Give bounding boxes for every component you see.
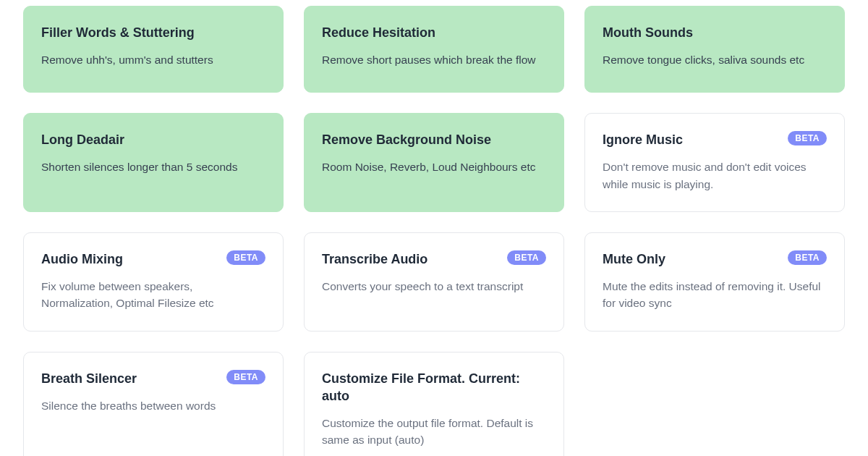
card-title: Filler Words & Stuttering — [41, 24, 195, 41]
card-desc: Don't remove music and don't edit voices… — [603, 159, 827, 193]
card-title: Mute Only — [603, 250, 665, 268]
card-desc: Shorten silences longer than 5 seconds — [41, 159, 265, 175]
card-customize-file-format[interactable]: Customize File Format. Current: auto Cus… — [304, 352, 564, 456]
card-remove-background-noise[interactable]: Remove Background Noise Room Noise, Reve… — [304, 113, 564, 212]
card-title: Mouth Sounds — [603, 24, 693, 41]
beta-badge: BETA — [226, 370, 265, 384]
options-grid: Filler Words & Stuttering Remove uhh's, … — [0, 0, 868, 456]
card-long-deadair[interactable]: Long Deadair Shorten silences longer tha… — [23, 113, 284, 212]
card-reduce-hesitation[interactable]: Reduce Hesitation Remove short pauses wh… — [304, 6, 564, 93]
card-desc: Customize the output file format. Defaul… — [322, 415, 546, 449]
card-desc: Silence the breaths between words — [41, 397, 265, 414]
card-desc: Remove tongue clicks, saliva sounds etc — [603, 51, 827, 68]
beta-badge: BETA — [507, 250, 546, 265]
card-breath-silencer[interactable]: Breath Silencer BETA Silence the breaths… — [23, 352, 284, 456]
card-transcribe-audio[interactable]: Transcribe Audio BETA Converts your spee… — [304, 232, 564, 332]
card-mouth-sounds[interactable]: Mouth Sounds Remove tongue clicks, saliv… — [584, 6, 845, 93]
card-desc: Fix volume between speakers, Normalizati… — [41, 278, 265, 312]
card-title: Transcribe Audio — [322, 250, 427, 268]
beta-badge: BETA — [788, 250, 827, 265]
card-title: Remove Background Noise — [322, 131, 491, 148]
card-title: Ignore Music — [603, 131, 683, 148]
card-title: Breath Silencer — [41, 370, 137, 387]
card-title: Audio Mixing — [41, 250, 123, 268]
card-title: Customize File Format. Current: auto — [322, 370, 546, 405]
beta-badge: BETA — [226, 250, 265, 265]
beta-badge: BETA — [788, 131, 827, 145]
card-ignore-music[interactable]: Ignore Music BETA Don't remove music and… — [584, 113, 845, 212]
card-desc: Remove short pauses which break the flow — [322, 51, 546, 68]
card-desc: Mute the edits instead of removing it. U… — [603, 278, 827, 312]
card-desc: Remove uhh's, umm's and stutters — [41, 51, 265, 68]
card-audio-mixing[interactable]: Audio Mixing BETA Fix volume between spe… — [23, 232, 284, 332]
card-title: Long Deadair — [41, 131, 124, 148]
card-desc: Converts your speech to a text transcrip… — [322, 278, 546, 295]
card-mute-only[interactable]: Mute Only BETA Mute the edits instead of… — [584, 232, 845, 332]
card-filler-words[interactable]: Filler Words & Stuttering Remove uhh's, … — [23, 6, 284, 93]
card-title: Reduce Hesitation — [322, 24, 435, 41]
card-desc: Room Noise, Reverb, Loud Neighbours etc — [322, 159, 546, 175]
